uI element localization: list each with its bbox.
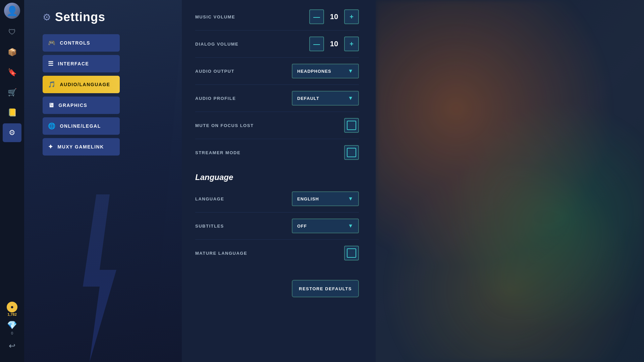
mature-language-label: MATURE LANGUAGE	[195, 251, 247, 256]
mute-focus-row: MUTE ON FOCUS LOST	[195, 112, 359, 139]
dropdown-arrow-icon-3: ▼	[348, 196, 354, 202]
currency-icon: ●	[7, 302, 17, 312]
mature-language-checkbox[interactable]	[344, 246, 359, 260]
background-blur	[376, 0, 644, 362]
dropdown-arrow-icon-2: ▼	[348, 95, 354, 101]
shield-icon: 🛡	[8, 28, 16, 37]
dialog-volume-row: DIALOG VOLUME — 10 +	[195, 31, 359, 58]
sidebar-item-cube[interactable]: 📦	[3, 43, 21, 62]
dialog-volume-increase[interactable]: +	[344, 37, 359, 51]
nav-graphics[interactable]: 🖥 GRAPHICS	[43, 97, 120, 114]
audio-profile-value: DEFAULT	[297, 96, 319, 101]
nav-muxy-gamelink[interactable]: ✦ MUXY GAMELINK	[43, 138, 120, 156]
sidebar-item-shield[interactable]: 🛡	[3, 23, 21, 42]
language-value: ENGLISH	[297, 196, 319, 201]
nav-audio-language[interactable]: 🎵 AUDIO/LANGUAGE	[43, 76, 120, 93]
dropdown-arrow-icon: ▼	[348, 68, 354, 74]
mature-language-row: MATURE LANGUAGE	[195, 240, 359, 266]
back-icon: ↩	[9, 341, 15, 351]
language-label: LANGUAGE	[195, 196, 224, 201]
audio-icon: 🎵	[48, 81, 56, 88]
subtitles-label: SUBTITLES	[195, 224, 224, 229]
streamer-mode-control	[344, 145, 359, 160]
gem-count: 0	[11, 331, 13, 335]
content-scroll[interactable]: MUSIC VOLUME — 10 + DIALOG VOLUME —	[195, 0, 362, 362]
nav-buttons: 🎮 CONTROLS ☰ INTERFACE 🎵 AUDIO/LANGUAGE …	[43, 34, 172, 156]
plus-icon-2: +	[350, 40, 354, 48]
subtitles-control: OFF ▼	[292, 219, 359, 233]
language-section: Language LANGUAGE ENGLISH ▼ SUBTITLES OF…	[195, 173, 359, 266]
nav-controls[interactable]: 🎮 CONTROLS	[43, 34, 120, 52]
icon-bar: 👤 🛡 📦 🔖 🛒 📒 ⚙ ● 1,782 💎 0 ↩	[0, 0, 24, 362]
currency-value: 1,782	[7, 312, 17, 316]
sidebar-item-book[interactable]: 📒	[3, 103, 21, 122]
audio-profile-row: AUDIO PROFILE DEFAULT ▼	[195, 85, 359, 112]
music-volume-decrease[interactable]: —	[309, 9, 324, 24]
interface-icon: ☰	[48, 60, 54, 67]
music-volume-label: MUSIC VOLUME	[195, 14, 235, 19]
controls-icon: 🎮	[48, 39, 56, 47]
settings-icon: ⚙	[9, 128, 15, 137]
audio-output-row: AUDIO OUTPUT HEADPHONES ▼	[195, 58, 359, 85]
subtitles-dropdown[interactable]: OFF ▼	[292, 219, 359, 233]
dropdown-arrow-icon-4: ▼	[348, 223, 354, 229]
online-icon: 🌐	[48, 122, 56, 130]
settings-title-area: ⚙ Settings	[43, 10, 172, 24]
streamer-mode-checkbox[interactable]	[344, 145, 359, 160]
audio-output-value: HEADPHONES	[297, 69, 331, 74]
language-dropdown[interactable]: ENGLISH ▼	[292, 191, 359, 206]
dialog-volume-stepper: — 10 +	[309, 37, 359, 51]
restore-defaults-button[interactable]: RESTORE DEFAULTS	[292, 280, 359, 297]
mute-focus-checkbox[interactable]	[344, 118, 359, 133]
avatar[interactable]: 👤	[4, 3, 20, 19]
checkbox-inner-3	[347, 248, 356, 258]
checkbox-inner-2	[347, 148, 356, 157]
dialog-volume-decrease[interactable]: —	[309, 37, 324, 51]
currency-area: ● 1,782 💎 0	[7, 302, 17, 335]
graphics-label: GRAPHICS	[59, 103, 88, 108]
cube-icon: 📦	[8, 48, 17, 57]
audio-profile-control: DEFAULT ▼	[292, 91, 359, 106]
mute-focus-label: MUTE ON FOCUS LOST	[195, 123, 254, 128]
dialog-volume-value: 10	[324, 40, 344, 48]
settings-title-text: Settings	[55, 10, 105, 24]
content-area: MUSIC VOLUME — 10 + DIALOG VOLUME —	[182, 0, 376, 362]
minus-icon-2: —	[313, 40, 320, 48]
music-volume-row: MUSIC VOLUME — 10 +	[195, 3, 359, 31]
sidebar-item-bookmark[interactable]: 🔖	[3, 63, 21, 82]
sidebar-item-settings[interactable]: ⚙	[3, 123, 21, 142]
currency-badge[interactable]: ● 1,782	[7, 302, 17, 316]
nav-interface[interactable]: ☰ INTERFACE	[43, 55, 120, 72]
language-section-title: Language	[195, 173, 359, 182]
muxy-label: MUXY GAMELINK	[58, 144, 104, 149]
audio-profile-label: AUDIO PROFILE	[195, 96, 236, 101]
plus-icon: +	[350, 13, 354, 21]
audio-output-label: AUDIO OUTPUT	[195, 69, 234, 74]
bookmark-icon: 🔖	[8, 68, 17, 77]
online-legal-label: ONLINE/LEGAL	[60, 123, 101, 129]
cart-icon: 🛒	[8, 88, 17, 97]
subtitles-value: OFF	[297, 224, 307, 229]
nav-online-legal[interactable]: 🌐 ONLINE/LEGAL	[43, 117, 120, 135]
checkbox-inner	[347, 121, 356, 130]
settings-sidebar: ⚙ Settings 🎮 CONTROLS ☰ INTERFACE 🎵 AUDI…	[24, 0, 182, 362]
audio-profile-dropdown[interactable]: DEFAULT ▼	[292, 91, 359, 106]
mature-language-control	[344, 246, 359, 260]
gem-icon: 💎	[7, 320, 17, 329]
book-icon: 📒	[8, 108, 17, 117]
back-button[interactable]: ↩	[3, 337, 21, 355]
graphics-icon: 🖥	[48, 102, 55, 109]
controls-label: CONTROLS	[60, 40, 91, 46]
right-background	[376, 0, 644, 362]
interface-label: INTERFACE	[58, 61, 89, 66]
settings-title-icon: ⚙	[43, 12, 51, 23]
minus-icon: —	[313, 13, 320, 21]
audio-language-label: AUDIO/LANGUAGE	[60, 82, 110, 87]
dialog-volume-label: DIALOG VOLUME	[195, 42, 238, 47]
audio-output-dropdown[interactable]: HEADPHONES ▼	[292, 64, 359, 78]
language-control: ENGLISH ▼	[292, 191, 359, 206]
music-volume-increase[interactable]: +	[344, 9, 359, 24]
music-volume-stepper: — 10 +	[309, 9, 359, 24]
restore-defaults-area: RESTORE DEFAULTS	[195, 270, 359, 304]
sidebar-item-cart[interactable]: 🛒	[3, 83, 21, 102]
